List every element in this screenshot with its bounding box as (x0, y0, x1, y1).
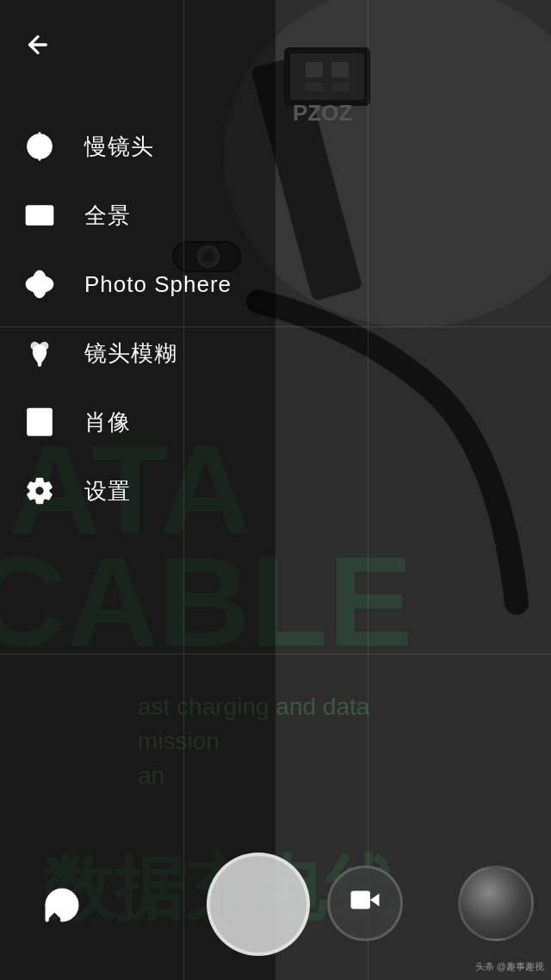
svg-point-30 (36, 414, 44, 422)
slow-motion-label: 慢镜头 (84, 132, 154, 162)
svg-point-24 (44, 209, 49, 214)
watermark: 头条 @趣事趣视 (475, 960, 544, 973)
svg-rect-28 (39, 361, 41, 366)
settings-label: 设置 (84, 476, 131, 506)
video-button[interactable] (327, 865, 403, 941)
lens-blur-icon (21, 334, 59, 372)
svg-rect-33 (351, 891, 371, 909)
menu-item-photo-sphere[interactable]: Photo Sphere (0, 250, 267, 319)
menu-items-container: 慢镜头 全景 Photo Sphere (0, 112, 267, 525)
rotate-camera-button[interactable] (34, 878, 90, 933)
watermark-source: 头条 (475, 961, 494, 971)
slow-motion-icon (21, 127, 59, 165)
portrait-icon (21, 403, 59, 441)
svg-rect-6 (331, 62, 349, 78)
back-button[interactable] (21, 28, 55, 62)
capture-button[interactable] (207, 853, 310, 956)
menu-item-settings[interactable]: 设置 (0, 456, 267, 525)
menu-item-portrait[interactable]: 肖像 (0, 388, 267, 456)
svg-rect-4 (290, 53, 364, 100)
menu-item-slow-motion[interactable]: 慢镜头 (0, 112, 267, 181)
panorama-label: 全景 (84, 201, 131, 231)
lens-button[interactable] (458, 865, 534, 941)
photo-sphere-icon (21, 265, 59, 303)
svg-text:PZOZ: PZOZ (293, 100, 352, 126)
lens-blur-label: 镜头模糊 (84, 338, 177, 369)
menu-item-panorama[interactable]: 全景 (0, 181, 267, 250)
svg-rect-5 (306, 62, 323, 78)
video-icon (350, 884, 381, 922)
watermark-account: @趣事趣视 (497, 961, 544, 971)
panorama-icon (21, 196, 59, 234)
svg-point-31 (57, 900, 68, 911)
svg-rect-23 (27, 207, 53, 225)
settings-icon (21, 472, 59, 510)
svg-marker-32 (370, 894, 380, 907)
portrait-label: 肖像 (84, 407, 131, 437)
svg-rect-8 (331, 83, 349, 91)
svg-rect-7 (306, 83, 323, 91)
menu-item-lens-blur[interactable]: 镜头模糊 (0, 319, 267, 388)
photo-sphere-label: Photo Sphere (84, 271, 232, 298)
